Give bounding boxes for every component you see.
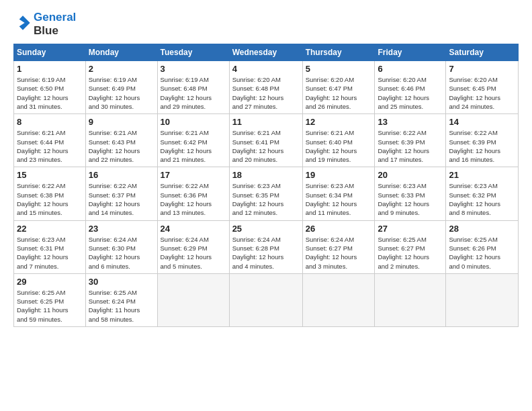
day-number: 2 [89,64,154,74]
day-info: Sunrise: 6:23 AMSunset: 6:33 PMDaylight:… [378,181,443,217]
calendar-day-cell: 7Sunrise: 6:20 AMSunset: 6:45 PMDaylight… [446,61,519,114]
day-number: 1 [17,64,83,74]
day-number: 23 [89,224,154,234]
day-number: 6 [378,64,443,74]
day-number: 29 [17,277,83,287]
calendar-day-cell: 15Sunrise: 6:22 AMSunset: 6:38 PMDayligh… [14,167,86,220]
page: General Blue SundayMondayTuesdayWednesda… [0,0,532,334]
calendar-week-row: 8Sunrise: 6:21 AMSunset: 6:44 PMDaylight… [14,114,519,167]
calendar-day-cell: 25Sunrise: 6:24 AMSunset: 6:28 PMDayligh… [229,220,302,273]
day-info: Sunrise: 6:19 AMSunset: 6:49 PMDaylight:… [89,75,154,111]
calendar-day-cell: 26Sunrise: 6:24 AMSunset: 6:27 PMDayligh… [302,220,375,273]
day-info: Sunrise: 6:25 AMSunset: 6:25 PMDaylight:… [17,288,83,324]
calendar-week-row: 1Sunrise: 6:19 AMSunset: 6:50 PMDaylight… [14,61,519,114]
calendar-day-cell: 3Sunrise: 6:19 AMSunset: 6:48 PMDaylight… [157,61,229,114]
calendar-day-cell: 28Sunrise: 6:25 AMSunset: 6:26 PMDayligh… [446,220,519,273]
calendar-table: SundayMondayTuesdayWednesdayThursdayFrid… [13,44,519,327]
calendar-week-row: 22Sunrise: 6:23 AMSunset: 6:31 PMDayligh… [14,220,519,273]
calendar-day-cell: 8Sunrise: 6:21 AMSunset: 6:44 PMDaylight… [14,114,86,167]
calendar-day-cell: 14Sunrise: 6:22 AMSunset: 6:39 PMDayligh… [446,114,519,167]
day-number: 8 [17,117,83,127]
day-number: 14 [449,117,515,127]
calendar-day-cell: 22Sunrise: 6:23 AMSunset: 6:31 PMDayligh… [14,220,86,273]
day-info: Sunrise: 6:21 AMSunset: 6:43 PMDaylight:… [89,128,154,164]
day-number: 28 [449,224,515,234]
weekday-header-row: SundayMondayTuesdayWednesdayThursdayFrid… [14,44,519,61]
header: General Blue [13,11,519,37]
calendar-day-cell: 4Sunrise: 6:20 AMSunset: 6:48 PMDaylight… [229,61,302,114]
calendar-day-cell: 6Sunrise: 6:20 AMSunset: 6:46 PMDaylight… [375,61,446,114]
day-number: 24 [161,224,226,234]
day-number: 27 [378,224,443,234]
day-info: Sunrise: 6:23 AMSunset: 6:31 PMDaylight:… [17,235,83,271]
weekday-header: Friday [375,44,446,61]
weekday-header: Saturday [446,44,519,61]
day-info: Sunrise: 6:22 AMSunset: 6:39 PMDaylight:… [449,128,515,164]
day-number: 16 [89,170,154,180]
calendar-day-cell: 9Sunrise: 6:21 AMSunset: 6:43 PMDaylight… [85,114,157,167]
calendar-body: 1Sunrise: 6:19 AMSunset: 6:50 PMDaylight… [14,61,519,327]
day-number: 19 [306,170,372,180]
day-info: Sunrise: 6:24 AMSunset: 6:29 PMDaylight:… [161,235,226,271]
day-info: Sunrise: 6:21 AMSunset: 6:44 PMDaylight:… [17,128,83,164]
calendar-day-cell: 24Sunrise: 6:24 AMSunset: 6:29 PMDayligh… [157,220,229,273]
logo-icon [15,15,31,31]
weekday-header: Thursday [302,44,375,61]
day-number: 25 [232,224,300,234]
day-info: Sunrise: 6:22 AMSunset: 6:38 PMDaylight:… [17,181,83,217]
weekday-header: Sunday [14,44,86,61]
calendar-day-cell: 20Sunrise: 6:23 AMSunset: 6:33 PMDayligh… [375,167,446,220]
logo-text: General [34,11,76,24]
calendar-day-cell: 2Sunrise: 6:19 AMSunset: 6:49 PMDaylight… [85,61,157,114]
calendar-day-cell [157,273,229,326]
calendar-day-cell [375,273,446,326]
calendar-day-cell: 1Sunrise: 6:19 AMSunset: 6:50 PMDaylight… [14,61,86,114]
day-number: 7 [449,64,515,74]
day-info: Sunrise: 6:22 AMSunset: 6:36 PMDaylight:… [161,181,226,217]
day-number: 3 [161,64,226,74]
day-info: Sunrise: 6:24 AMSunset: 6:28 PMDaylight:… [232,235,300,271]
calendar-day-cell [302,273,375,326]
day-number: 21 [449,170,515,180]
calendar-day-cell: 18Sunrise: 6:23 AMSunset: 6:35 PMDayligh… [229,167,302,220]
day-info: Sunrise: 6:25 AMSunset: 6:27 PMDaylight:… [378,235,443,271]
calendar-day-cell [229,273,302,326]
day-info: Sunrise: 6:21 AMSunset: 6:42 PMDaylight:… [161,128,226,164]
calendar-day-cell: 17Sunrise: 6:22 AMSunset: 6:36 PMDayligh… [157,167,229,220]
calendar-day-cell: 30Sunrise: 6:25 AMSunset: 6:24 PMDayligh… [85,273,157,326]
calendar-day-cell: 12Sunrise: 6:21 AMSunset: 6:40 PMDayligh… [302,114,375,167]
day-number: 5 [306,64,372,74]
calendar-day-cell: 5Sunrise: 6:20 AMSunset: 6:47 PMDaylight… [302,61,375,114]
day-number: 12 [306,117,372,127]
day-info: Sunrise: 6:22 AMSunset: 6:39 PMDaylight:… [378,128,443,164]
calendar-day-cell: 19Sunrise: 6:23 AMSunset: 6:34 PMDayligh… [302,167,375,220]
day-info: Sunrise: 6:19 AMSunset: 6:50 PMDaylight:… [17,75,83,111]
day-number: 11 [232,117,300,127]
weekday-header: Wednesday [229,44,302,61]
weekday-header: Monday [85,44,157,61]
day-info: Sunrise: 6:19 AMSunset: 6:48 PMDaylight:… [161,75,226,111]
weekday-header: Tuesday [157,44,229,61]
day-info: Sunrise: 6:25 AMSunset: 6:24 PMDaylight:… [89,288,154,324]
calendar-day-cell: 21Sunrise: 6:23 AMSunset: 6:32 PMDayligh… [446,167,519,220]
day-number: 26 [306,224,372,234]
calendar-week-row: 29Sunrise: 6:25 AMSunset: 6:25 PMDayligh… [14,273,519,326]
day-number: 10 [161,117,226,127]
logo: General Blue [13,11,76,37]
day-info: Sunrise: 6:23 AMSunset: 6:32 PMDaylight:… [449,181,515,217]
day-info: Sunrise: 6:23 AMSunset: 6:34 PMDaylight:… [306,181,372,217]
day-number: 18 [232,170,300,180]
day-number: 30 [89,277,154,287]
day-info: Sunrise: 6:20 AMSunset: 6:45 PMDaylight:… [449,75,515,111]
day-info: Sunrise: 6:24 AMSunset: 6:27 PMDaylight:… [306,235,372,271]
calendar-day-cell: 16Sunrise: 6:22 AMSunset: 6:37 PMDayligh… [85,167,157,220]
calendar-week-row: 15Sunrise: 6:22 AMSunset: 6:38 PMDayligh… [14,167,519,220]
calendar-day-cell: 13Sunrise: 6:22 AMSunset: 6:39 PMDayligh… [375,114,446,167]
day-number: 13 [378,117,443,127]
day-number: 17 [161,170,226,180]
day-number: 9 [89,117,154,127]
calendar-day-cell: 27Sunrise: 6:25 AMSunset: 6:27 PMDayligh… [375,220,446,273]
day-info: Sunrise: 6:25 AMSunset: 6:26 PMDaylight:… [449,235,515,271]
day-info: Sunrise: 6:22 AMSunset: 6:37 PMDaylight:… [89,181,154,217]
day-info: Sunrise: 6:20 AMSunset: 6:48 PMDaylight:… [232,75,300,111]
